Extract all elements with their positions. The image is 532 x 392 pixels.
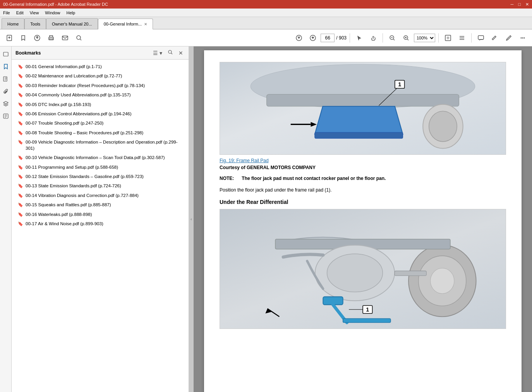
- page-number-input[interactable]: [321, 34, 335, 42]
- bookmark-item-14[interactable]: 🔖 00-15 Squeaks and Rattles.pdf (p.885-8…: [12, 200, 189, 209]
- highlight-button[interactable]: [489, 32, 501, 44]
- tab-general-info[interactable]: 00-General Inform... ✕: [98, 19, 153, 29]
- bookmark-item-1[interactable]: 🔖 00-02 Maintenance and Lubrication.pdf …: [12, 71, 189, 80]
- pdf-area[interactable]: 1 Fig. 19: Frame Rail Pad Courtesy of GE…: [194, 46, 532, 392]
- strip-icon-attachments[interactable]: [1, 87, 10, 96]
- tab-general-info-close[interactable]: ✕: [144, 22, 147, 26]
- bookmark-item-15[interactable]: 🔖 00-16 Waterleaks.pdf (p.888-898): [12, 210, 189, 219]
- svg-point-14: [524, 37, 525, 38]
- bookmark-item-0[interactable]: 🔖 00-01 General Information.pdf (p.1-71): [12, 62, 189, 71]
- search-button[interactable]: [73, 32, 85, 44]
- sidebar-options-btn[interactable]: ☰ ▾: [151, 49, 164, 57]
- page-separator: / 903: [336, 35, 347, 41]
- bookmark-item-3[interactable]: 🔖 00-04 Commonly Used Abbreviations.pdf …: [12, 90, 189, 99]
- svg-marker-23: [311, 122, 317, 127]
- svg-rect-11: [478, 36, 484, 39]
- bookmark-label-15: 00-16 Waterleaks.pdf (p.888-898): [26, 211, 92, 217]
- maximize-btn[interactable]: □: [518, 2, 521, 7]
- sidebar-header: Bookmarks ☰ ▾ ✕: [12, 46, 189, 60]
- strip-icon-bookmarks[interactable]: [1, 62, 10, 71]
- bookmark-item-11[interactable]: 🔖 00-12 State Emission Standards – Gasol…: [12, 172, 189, 181]
- bookmark-item-2[interactable]: 🔖 00-03 Reminder Indicator (Reset Proced…: [12, 81, 189, 90]
- figure-caption: Fig. 19: Frame Rail Pad: [220, 158, 506, 163]
- upload-button[interactable]: [31, 32, 43, 44]
- bookmark-item-13[interactable]: 🔖 00-14 Vibration Diagnosis and Correcti…: [12, 191, 189, 200]
- title-text: 00-General Information.pdf - Adobe Acrob…: [3, 2, 108, 7]
- bookmark-item-12[interactable]: 🔖 00-13 State Emission Standards.pdf (p.…: [12, 181, 189, 190]
- menu-file[interactable]: File: [3, 10, 10, 15]
- svg-rect-20: [267, 94, 459, 106]
- zoom-select[interactable]: 50% 75% 100% 125% 150% 200%: [414, 34, 435, 42]
- upload-icon: [34, 34, 41, 41]
- strip-icon-pages[interactable]: [1, 74, 10, 84]
- frame-rail-diagram: 1: [220, 62, 506, 154]
- strip-icon-layers[interactable]: [1, 50, 10, 59]
- bookmark-item-7[interactable]: 🔖 00-08 Trouble Shooting – Basic Procedu…: [12, 128, 189, 137]
- next-page-button[interactable]: [307, 32, 319, 44]
- bookmark-label-1: 00-02 Maintenance and Lubrication.pdf (p…: [26, 73, 122, 79]
- bookmark-item-6[interactable]: 🔖 00-07 Trouble Shooting.pdf (p.247-250): [12, 118, 189, 128]
- prev-page-icon: [295, 34, 302, 41]
- prev-page-button[interactable]: [293, 32, 305, 44]
- collapse-handle[interactable]: ‹: [189, 46, 194, 392]
- close-btn[interactable]: ✕: [525, 2, 529, 7]
- bookmark-icon-9: 🔖: [18, 155, 23, 161]
- bookmark-label-7: 00-08 Trouble Shooting – Basic Procedure…: [26, 130, 143, 136]
- strip-icon-layers2[interactable]: [1, 99, 10, 108]
- bookmark-item-16[interactable]: 🔖 00-17 Air & Wind Noise.pdf (p.899-903): [12, 219, 189, 228]
- select-tool-button[interactable]: [353, 32, 366, 44]
- tab-owners-manual[interactable]: Owner's Manual 20...: [46, 18, 98, 29]
- bookmark-label-6: 00-07 Trouble Shooting.pdf (p.247-250): [26, 120, 103, 126]
- scroll-mode-button[interactable]: [456, 32, 468, 44]
- sidebar-close-btn[interactable]: ✕: [177, 49, 185, 57]
- fit-page-button[interactable]: [442, 32, 454, 44]
- separator-4: [471, 33, 472, 43]
- svg-point-18: [168, 50, 172, 53]
- bookmark-item-5[interactable]: 🔖 00-06 Emission Control Abbreviations.p…: [12, 109, 189, 118]
- comment-button[interactable]: [475, 32, 487, 44]
- bookmark-item-9[interactable]: 🔖 00-10 Vehicle Diagnostic Information –…: [12, 153, 189, 162]
- bookmark-label-8: 00-09 Vehicle Diagnostic Information – D…: [26, 139, 185, 151]
- svg-point-12: [521, 37, 522, 38]
- bookmark-label-2: 00-03 Reminder Indicator (Reset Procedur…: [26, 82, 145, 89]
- bookmark-button[interactable]: [17, 32, 29, 44]
- menu-help[interactable]: Help: [66, 10, 75, 15]
- menu-view[interactable]: View: [30, 10, 39, 15]
- email-button[interactable]: [59, 32, 71, 44]
- highlight-icon: [491, 34, 498, 41]
- bookmark-label-3: 00-04 Commonly Used Abbreviations.pdf (p…: [26, 92, 131, 98]
- minimize-btn[interactable]: ─: [511, 2, 514, 7]
- section-heading: Under the Rear Differential: [220, 199, 506, 205]
- svg-rect-3: [50, 38, 53, 39]
- next-page-icon: [309, 34, 316, 41]
- tab-home[interactable]: Home: [2, 18, 24, 29]
- note-block: NOTE: The floor jack pad must not contac…: [220, 176, 506, 181]
- tab-owners-manual-label: Owner's Manual 20...: [52, 22, 92, 26]
- email-icon: [62, 34, 69, 41]
- bookmark-icon: [20, 34, 27, 41]
- bookmark-item-10[interactable]: 🔖 00-11 Programming and Setup.pdf (p.588…: [12, 163, 189, 172]
- body-text: Position the floor jack pad under the fr…: [220, 187, 506, 193]
- menu-edit[interactable]: Edit: [16, 10, 24, 15]
- print-button[interactable]: [45, 32, 57, 44]
- figure-link[interactable]: Fig. 19: Frame Rail Pad: [220, 158, 269, 163]
- new-button[interactable]: [3, 32, 15, 44]
- hand-tool-button[interactable]: [367, 32, 379, 44]
- fit-icon: [444, 34, 451, 41]
- zoom-in-icon: [403, 34, 410, 41]
- tab-tools[interactable]: Tools: [24, 18, 46, 29]
- more-tools-button[interactable]: [517, 32, 529, 44]
- cursor-icon: [356, 34, 363, 41]
- zoom-out-button[interactable]: [386, 32, 398, 44]
- bookmark-item-4[interactable]: 🔖 00-05 DTC Index.pdf (p.158-193): [12, 100, 189, 109]
- strip-icon-tags[interactable]: [1, 111, 10, 121]
- sidebar-panel: Bookmarks ☰ ▾ ✕ 🔖 00-01 General Informat…: [12, 46, 189, 392]
- sidebar-search-btn[interactable]: [166, 49, 175, 57]
- zoom-in-button[interactable]: [400, 32, 412, 44]
- sidebar-search-icon: [168, 50, 173, 55]
- bookmark-icon-14: 🔖: [18, 202, 23, 208]
- draw-button[interactable]: [503, 32, 515, 44]
- menu-window[interactable]: Window: [45, 10, 60, 15]
- bookmark-item-8[interactable]: 🔖 00-09 Vehicle Diagnostic Information –…: [12, 137, 189, 153]
- bookmark-label-14: 00-15 Squeaks and Rattles.pdf (p.885-887…: [26, 202, 111, 208]
